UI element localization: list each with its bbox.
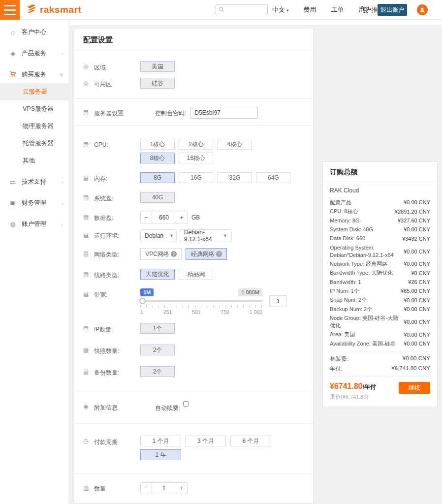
continue-button[interactable]: 继续 <box>399 382 430 394</box>
auto-renew-label: 自动续费: <box>155 404 180 412</box>
product-name: RAK Cloud <box>330 187 430 194</box>
cycle-option-1year[interactable]: 1 年 <box>140 449 181 460</box>
system-disk-label: 系统盘: <box>94 192 140 203</box>
divider <box>330 351 430 351</box>
home-icon: ⌂ <box>9 29 17 36</box>
list-icon: ▤ <box>83 288 90 297</box>
auto-renew-checkbox[interactable] <box>183 401 189 407</box>
chart-icon: ▥ <box>83 482 90 491</box>
list-icon: ▤ <box>83 248 90 257</box>
help-icon[interactable]: ? <box>216 251 222 257</box>
data-disk-unit: GB <box>191 214 200 223</box>
list-icon: ▤ <box>83 212 90 220</box>
sidebar-item-cloud-server[interactable]: 云服务器 <box>0 83 68 100</box>
list-icon: ▤ <box>83 269 90 278</box>
quantity-label: 数量 <box>94 482 140 493</box>
memory-option-16g[interactable]: 16G <box>179 172 213 183</box>
sidebar-item-other[interactable]: 其他 <box>0 152 68 169</box>
ip-num-option[interactable]: 1个 <box>140 323 175 334</box>
memory-option-64g[interactable]: 64G <box>256 172 290 183</box>
summary-row: 配置产品¥0.00 CNY <box>330 199 430 206</box>
list-icon: ▤ <box>83 172 90 181</box>
sidebar-item-customer-center[interactable]: ⌂ 客户中心 <box>0 24 68 41</box>
cpu-option-1[interactable]: 1核心 <box>140 139 175 150</box>
slider-handle[interactable] <box>139 298 146 304</box>
memory-option-8g[interactable]: 8G <box>140 172 175 183</box>
cpu-option-16[interactable]: 16核心 <box>179 153 213 163</box>
user-circle-icon: ◍ <box>9 220 17 228</box>
snapshot-num-option[interactable]: 2个 <box>140 345 175 355</box>
cart-icon[interactable] <box>361 5 370 16</box>
sidebar-item-vps-server[interactable]: VPS服务器 <box>0 100 68 118</box>
help-icon[interactable]: ? <box>171 251 177 257</box>
setup-fee-row: 初装费:¥0.00 CNY <box>330 355 430 363</box>
sidebar-item-product-service[interactable]: ◈ 产品服务 ‹ <box>0 45 68 62</box>
bandwidth-label: 带宽: <box>94 288 140 299</box>
payment-cycle-label: 付款周期 <box>94 436 140 446</box>
language-menu[interactable]: 中文▾ <box>272 5 289 14</box>
sidebar-item-hosted-server[interactable]: 托管服务器 <box>0 135 68 152</box>
bandwidth-value-input[interactable] <box>269 295 287 307</box>
raksmart-logo-icon <box>26 3 37 17</box>
backup-num-option[interactable]: 2个 <box>140 366 175 377</box>
line-option-mainland[interactable]: 大陆优化 <box>140 269 175 280</box>
system-disk-option-40g[interactable]: 40G <box>140 192 175 203</box>
cycle-option-3month[interactable]: 3 个月 <box>185 436 226 446</box>
chevron-left-icon: ‹ <box>62 200 63 206</box>
bandwidth-slider[interactable] <box>140 300 262 302</box>
cpu-option-8[interactable]: 8核心 <box>140 153 175 163</box>
ticket-menu[interactable]: 工单 <box>331 5 344 14</box>
os-version-select[interactable]: Debian-9.12.1-x64 ▼ <box>180 229 232 242</box>
location-icon: ◎ <box>83 61 90 70</box>
summary-row: Bandwidth: 1¥26 CNY <box>330 279 430 286</box>
console-password-input[interactable] <box>190 107 258 119</box>
network-option-vpc[interactable]: VPC网络? <box>140 248 182 260</box>
chevron-down-icon: ▾ <box>286 8 289 13</box>
sidebar-item-buy-service[interactable]: 购买服务 ∨ <box>0 66 68 83</box>
network-type-label: 网络类型: <box>94 248 140 259</box>
memory-option-32g[interactable]: 32G <box>218 172 252 183</box>
quantity-value-input[interactable] <box>152 482 176 494</box>
os-select[interactable]: Debian ▼ <box>140 229 177 242</box>
header-divider <box>373 4 373 16</box>
quantity-stepper: − + <box>140 482 188 494</box>
clock-icon: ◷ <box>83 436 90 444</box>
summary-row: Data Disk: 660¥3432 CNY <box>330 235 430 242</box>
hamburger-menu-icon[interactable] <box>0 0 20 20</box>
cpu-label: CPU: <box>94 139 140 148</box>
brand-logo[interactable]: raksmart <box>26 0 81 20</box>
header-search[interactable] <box>216 4 268 15</box>
plus-button[interactable]: + <box>176 482 188 494</box>
minus-button[interactable]: − <box>140 482 152 494</box>
logout-button[interactable]: 退出账户 <box>378 4 407 16</box>
order-summary-title: 订购总额 <box>323 162 437 182</box>
snapshot-num-label: 快照数量: <box>94 345 140 355</box>
sidebar-item-tech-support[interactable]: ▭ 技术支持 ‹ <box>0 173 68 190</box>
cycle-option-1month[interactable]: 1 个月 <box>140 436 181 446</box>
extra-info-label: 附加信息 <box>94 401 140 412</box>
billing-menu[interactable]: 费用 <box>304 5 316 14</box>
data-disk-value-input[interactable] <box>152 212 176 223</box>
server-icon: ▤ <box>83 107 90 116</box>
sidebar-item-account[interactable]: ◍ 账户管理 ‹ <box>0 216 68 233</box>
sidebar-item-physical-server[interactable]: 物理服务器 <box>0 118 68 135</box>
network-option-classic[interactable]: 经典网络? <box>186 248 227 260</box>
cycle-option-6month[interactable]: 6 个月 <box>230 436 271 446</box>
chevron-down-icon: ▼ <box>223 233 227 238</box>
top-header: raksmart 中文▾ 费用 工单 用户推广 退出账户 <box>0 0 442 20</box>
bandwidth-max-badge: 1 000M <box>238 288 262 296</box>
minus-button[interactable]: − <box>140 212 152 223</box>
zone-label: 可用区 <box>94 78 140 89</box>
list-icon: ▤ <box>83 323 90 332</box>
line-option-premium[interactable]: 精品网 <box>179 269 213 280</box>
region-option-us[interactable]: 美国 <box>140 61 175 72</box>
plus-button[interactable]: + <box>176 212 188 223</box>
sidebar-item-finance[interactable]: ▣ 财务管理 ‹ <box>0 194 68 212</box>
environment-label: 运行环境: <box>94 229 140 240</box>
cpu-option-2[interactable]: 2核心 <box>179 139 213 150</box>
buy-service-submenu: 云服务器 VPS服务器 物理服务器 托管服务器 其他 <box>0 83 68 169</box>
user-avatar-icon[interactable] <box>417 4 428 15</box>
zone-option-silicon-valley[interactable]: 硅谷 <box>140 78 175 89</box>
cpu-option-4[interactable]: 4核心 <box>218 139 252 150</box>
chevron-left-icon: ‹ <box>62 221 63 227</box>
